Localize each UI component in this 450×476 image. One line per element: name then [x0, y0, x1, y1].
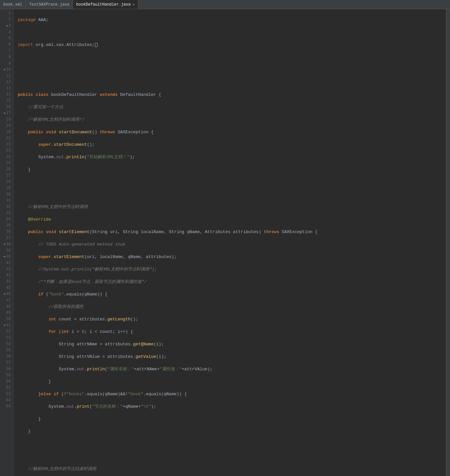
line-num-38: 38 — [0, 241, 13, 248]
line-num-52: 52 — [0, 329, 13, 335]
line-num-51: 51 — [0, 322, 13, 329]
line-num-57: 57 — [0, 360, 13, 366]
line-num-14: 14 — [0, 92, 13, 98]
line-num-48: 48 — [0, 304, 13, 310]
code-line-17: @Override — [18, 216, 446, 223]
tab-book-xml-label: book.xml — [3, 2, 22, 7]
line-num-39: 39 — [0, 248, 13, 254]
code-line-16: //解析XML文档中的节点时调用 — [18, 204, 446, 210]
line-num-11: 11 — [0, 73, 13, 79]
line-num-22: 22 — [0, 141, 13, 148]
code-line-6 — [18, 79, 446, 85]
tab-bookdefaulthandler-label: bookDefaultHandler.java — [76, 2, 131, 7]
line-num-47: 47 — [0, 297, 13, 304]
code-line-5 — [18, 67, 446, 73]
code-line-15 — [18, 191, 446, 198]
line-num-6: 6 — [0, 42, 13, 48]
tab-testsaxprase-label: TestSAXPrase.java — [29, 2, 69, 7]
line-numbers: 1 2 3 4 5 6 7 8 9 10 11 12 13 14 15 16 1… — [0, 9, 14, 476]
line-num-43: 43 — [0, 272, 13, 279]
line-num-28: 28 — [0, 179, 13, 185]
line-num-10: 10 — [0, 67, 13, 73]
line-num-21: 21 — [0, 135, 13, 141]
tab-bar: book.xml TestSAXPrase.java bookDefaultHa… — [0, 0, 450, 9]
code-line-1: package AAA; — [18, 17, 446, 23]
line-num-44: 44 — [0, 279, 13, 285]
code-line-31: }else if (!"books".equals(qName)&&!"book… — [18, 391, 446, 397]
line-num-60: 60 — [0, 379, 13, 385]
code-line-14 — [18, 179, 446, 185]
line-num-49: 49 — [0, 310, 13, 316]
code-line-35 — [18, 441, 446, 447]
line-num-64: 64 — [0, 403, 13, 410]
line-num-25: 25 — [0, 160, 13, 166]
code-line-2 — [18, 29, 446, 35]
line-num-33: 33 — [0, 210, 13, 216]
tab-testsaxprase[interactable]: TestSAXPrase.java — [26, 0, 73, 9]
line-num-35: 35 — [0, 223, 13, 229]
line-num-63: 63 — [0, 397, 13, 403]
code-line-36 — [18, 453, 446, 460]
line-num-46: 46 — [0, 291, 13, 297]
line-num-2: 2 — [0, 17, 13, 23]
line-num-24: 24 — [0, 154, 13, 160]
line-num-42: 42 — [0, 266, 13, 272]
line-num-4: 4 — [0, 29, 13, 35]
line-num-7: 7 — [0, 48, 13, 54]
line-num-23: 23 — [0, 148, 13, 154]
line-num-53: 53 — [0, 335, 13, 341]
code-line-13: } — [18, 166, 446, 173]
line-num-29: 29 — [0, 185, 13, 191]
line-num-45: 45 — [0, 285, 13, 291]
code-line-32: System.out.print("节点的名称："+qName+"\t"); — [18, 403, 446, 410]
line-num-36: 36 — [0, 229, 13, 235]
line-num-30: 30 — [0, 191, 13, 198]
line-num-1: 1 — [0, 11, 13, 17]
tab-book-xml[interactable]: book.xml — [0, 0, 26, 9]
code-line-23: if ("book".equals(qName)) { — [18, 291, 446, 297]
line-num-40: 40 — [0, 254, 13, 260]
line-num-20: 20 — [0, 129, 13, 135]
code-line-37: //解析XML文档中的节点结束时调用 — [18, 466, 446, 472]
code-editor[interactable]: package AAA; import org.xml.sax.Attribut… — [14, 9, 446, 476]
line-num-15: 15 — [0, 98, 13, 104]
code-line-30: } — [18, 379, 446, 385]
line-num-55: 55 — [0, 347, 13, 354]
line-num-56: 56 — [0, 354, 13, 360]
line-num-41: 41 — [0, 260, 13, 266]
code-line-26: for (int i = 0; i < count; i++) { — [18, 329, 446, 335]
code-line-10: public void startDocument() throws SAXEx… — [18, 129, 446, 135]
line-num-3: 3 — [0, 23, 13, 29]
line-num-58: 58 — [0, 366, 13, 372]
line-num-12: 12 — [0, 79, 13, 85]
code-line-21: //System.out.println("解析XML文档中的节点时调用"); — [18, 266, 446, 272]
tab-bookdefaulthandler[interactable]: bookDefaultHandler.java ✕ — [73, 0, 138, 9]
line-num-5: 5 — [0, 35, 13, 42]
line-num-50: 50 — [0, 316, 13, 322]
line-num-34: 34 — [0, 216, 13, 223]
editor-area: 1 2 3 4 5 6 7 8 9 10 11 12 13 14 15 16 1… — [0, 9, 450, 476]
tab-close-icon[interactable]: ✕ — [133, 3, 135, 7]
code-line-24: //获取所有的属性 — [18, 304, 446, 310]
line-num-17: 17 — [0, 110, 13, 117]
code-line-29: System.out.println("属性名称："+attrNAme+"属性值… — [18, 366, 446, 372]
line-num-13: 13 — [0, 85, 13, 92]
line-num-59: 59 — [0, 372, 13, 379]
line-num-8: 8 — [0, 54, 13, 60]
code-line-3: import org.xml.sax.Attributes; — [18, 42, 446, 48]
line-num-27: 27 — [0, 173, 13, 179]
line-num-16: 16 — [0, 104, 13, 110]
code-line-4 — [18, 54, 446, 60]
code-line-25: int count = attributes.getLength(); — [18, 316, 446, 322]
code-line-33: } — [18, 416, 446, 422]
code-line-11: super.startDocument(); — [18, 141, 446, 148]
code-line-34: } — [18, 428, 446, 435]
line-num-31: 31 — [0, 198, 13, 204]
code-line-18: public void startElement(String uri, Str… — [18, 229, 446, 235]
vertical-scrollbar[interactable] — [446, 9, 450, 476]
line-num-19: 19 — [0, 123, 13, 129]
line-num-37: 37 — [0, 235, 13, 241]
code-line-12: System.out.println("开始解析XML文档！"); — [18, 154, 446, 160]
line-num-32: 32 — [0, 204, 13, 210]
line-num-62: 62 — [0, 391, 13, 397]
